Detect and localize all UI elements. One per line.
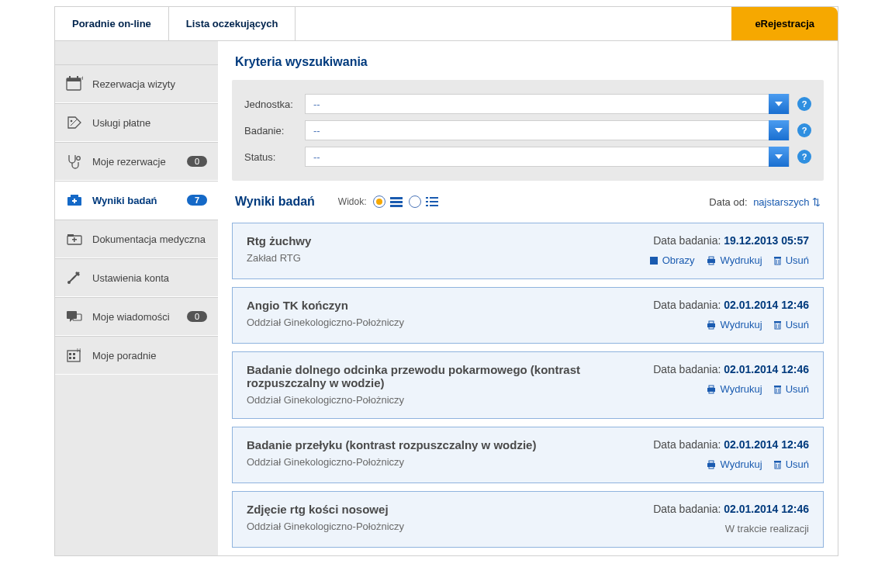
criteria-value: -- [306,125,769,137]
result-sub: Oddział Ginekologiczno-Położniczy [247,316,653,328]
criteria-select-2[interactable]: -- [305,147,790,167]
del-icon [773,460,782,469]
result-date: Data badania: 02.01.2014 12:46 [653,299,809,311]
action-print[interactable]: Wydrukuj [706,458,762,470]
svg-rect-35 [709,257,714,259]
action-del[interactable]: Usuń [773,319,809,330]
result-name: Angio TK kończyn [247,299,653,312]
result-card[interactable]: Angio TK kończynOddział Ginekologiczno-P… [232,287,824,344]
action-del[interactable]: Usuń [773,383,809,395]
svg-rect-51 [775,387,780,393]
svg-rect-26 [390,205,403,207]
action-print[interactable]: Wydrukuj [706,319,762,330]
sidebar-badge: 0 [187,156,207,167]
svg-point-5 [71,120,73,123]
criteria-label: Badanie: [244,125,305,137]
svg-rect-44 [775,323,780,329]
result-card[interactable]: Badanie dolnego odcinka przewodu pokarmo… [232,351,824,419]
result-name: Badanie przełyku (kontrast rozpuszczalny… [247,438,653,451]
help-icon[interactable]: ? [797,97,811,111]
view-radio-list[interactable] [409,195,421,208]
print-icon [706,460,717,469]
action-images[interactable]: Obrazy [649,254,695,266]
sidebar-item-moje-wiadomości[interactable]: Moje wiadomości0 [55,297,218,336]
svg-rect-12 [67,234,74,237]
sidebar-item-wyniki-badań[interactable]: Wyniki badań7 [55,181,218,220]
sidebar: +Rezerwacja wizytyUsługi płatneMoje reze… [55,41,218,555]
result-date: Data badania: 19.12.2013 05:57 [649,234,809,247]
msg-icon [66,309,83,324]
svg-rect-31 [426,205,428,206]
svg-rect-42 [709,321,714,323]
svg-rect-27 [426,197,428,199]
sidebar-badge: 7 [187,195,207,206]
results-icon [66,192,83,208]
sidebar-item-moje-rezerwacje[interactable]: Moje rezerwacje0 [55,142,218,181]
action-del[interactable]: Usuń [773,254,809,266]
svg-rect-50 [709,391,714,393]
criteria-value: -- [306,151,769,163]
svg-rect-43 [709,327,714,329]
svg-rect-52 [774,386,781,387]
sort-value[interactable]: najstarszych ⇅ [753,196,821,208]
criteria-row-2: Status:--? [244,147,811,167]
tab-lista-oczekujacych[interactable]: Lista oczekujących [169,7,296,40]
tab-poradnie[interactable]: Poradnie on-line [55,7,169,40]
svg-point-15 [67,281,71,284]
svg-rect-29 [426,201,428,202]
svg-rect-58 [775,462,780,469]
sidebar-item-label: Ustawienia konta [92,272,207,284]
criteria-row-0: Jednostka:--? [244,94,811,114]
tools-icon [66,270,83,285]
help-icon[interactable]: ? [797,150,811,164]
view-lines-icon[interactable] [390,196,403,207]
result-card[interactable]: Rtg żuchwyZakład RTGData badania: 19.12.… [232,223,824,279]
criteria-select-1[interactable]: -- [305,120,790,140]
brand-label: eRejestracja [731,7,838,40]
svg-rect-28 [430,197,438,199]
svg-rect-33 [650,257,658,265]
action-print[interactable]: Wydrukuj [706,254,762,266]
sidebar-item-rezerwacja-wizyty[interactable]: +Rezerwacja wizyty [55,64,218,103]
svg-rect-20 [73,353,75,355]
svg-rect-56 [709,461,714,463]
view-radio-card[interactable] [373,195,385,208]
print-icon [706,320,717,330]
svg-rect-57 [709,466,714,469]
svg-rect-3 [77,76,78,80]
sidebar-item-moje-poradnie[interactable]: HMoje poradnie [55,336,218,375]
criteria-select-0[interactable]: -- [305,94,790,114]
result-card[interactable]: Badanie przełyku (kontrast rozpuszczalny… [232,427,824,483]
clinic-icon: H [66,348,83,363]
dropdown-icon [769,120,789,140]
sidebar-item-ustawienia-konta[interactable]: Ustawienia konta [55,258,218,297]
svg-rect-24 [390,197,403,199]
sort-icon: ⇅ [812,196,821,208]
view-label: Widok: [338,196,367,207]
help-icon[interactable]: ? [797,123,811,137]
result-sub: Oddział Ginekologiczno-Położniczy [247,521,653,532]
dropdown-icon [769,94,789,114]
result-sub: Oddział Ginekologiczno-Położniczy [247,394,653,406]
result-date: Data badania: 02.01.2014 12:46 [653,363,809,375]
sidebar-item-usługi-płatne[interactable]: Usługi płatne [55,103,218,142]
topbar: Poradnie on-line Lista oczekujących eRej… [54,6,838,40]
svg-rect-45 [774,321,781,323]
stetho-icon [66,154,83,169]
svg-rect-59 [774,461,781,462]
result-date: Data badania: 02.01.2014 12:46 [653,438,809,451]
action-print[interactable]: Wydrukuj [706,383,762,395]
sidebar-item-dokumentacja-medyczna[interactable]: Dokumentacja medyczna [55,220,218,258]
sidebar-item-label: Dokumentacja medyczna [92,233,207,245]
svg-rect-38 [774,257,781,258]
result-name: Zdjęcie rtg kości nosowej [247,503,653,516]
dropdown-icon [769,147,789,167]
action-del[interactable]: Usuń [773,458,809,470]
sidebar-badge: 0 [187,311,207,322]
result-card[interactable]: Zdjęcie rtg kości nosowejOddział Ginekol… [232,491,824,548]
view-list-icon[interactable] [426,196,438,207]
svg-rect-16 [67,311,77,319]
svg-rect-49 [709,386,714,388]
svg-rect-25 [390,201,403,203]
print-icon [706,256,717,265]
